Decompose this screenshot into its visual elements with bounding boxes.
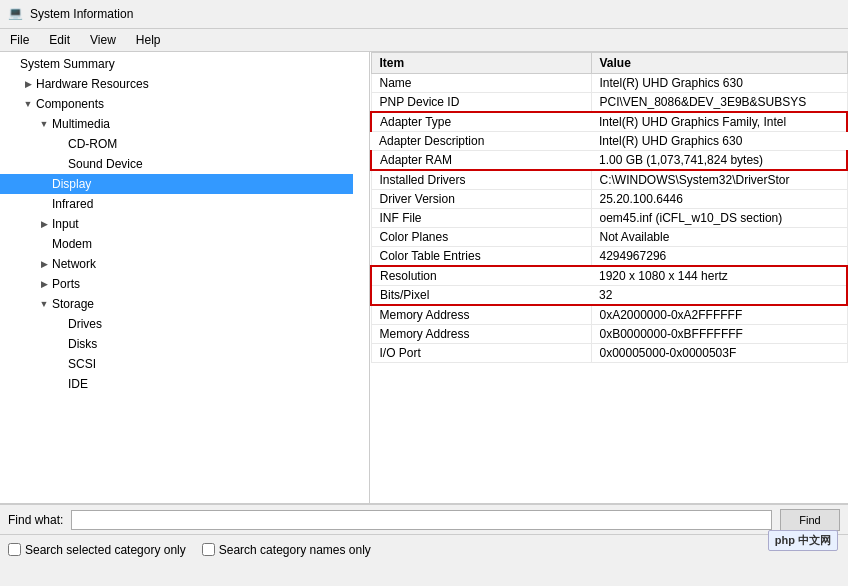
tree-item-sound-device[interactable]: Sound Device (0, 154, 353, 174)
col-item: Item (371, 53, 591, 74)
table-row: Installed DriversC:\WINDOWS\System32\Dri… (371, 170, 847, 190)
cell-value: 25.20.100.6446 (591, 190, 847, 209)
cell-value: 0xA2000000-0xA2FFFFFF (591, 305, 847, 325)
tree-item-ports[interactable]: ▶Ports (0, 274, 353, 294)
expander-icon (52, 316, 68, 332)
find-button[interactable]: Find (780, 509, 840, 531)
tree-item-label: Multimedia (52, 117, 110, 131)
cell-value: C:\WINDOWS\System32\DriverStor (591, 170, 847, 190)
expander-icon (52, 136, 68, 152)
cell-item: Installed Drivers (371, 170, 591, 190)
tree-item-hardware-resources[interactable]: ▶Hardware Resources (0, 74, 353, 94)
cell-value: Not Available (591, 228, 847, 247)
menu-item-file[interactable]: File (4, 31, 35, 49)
tree-item-cd-rom[interactable]: CD-ROM (0, 134, 353, 154)
expander-icon: ▶ (36, 256, 52, 272)
table-row: INF Fileoem45.inf (iCFL_w10_DS section) (371, 209, 847, 228)
search-category-label: Search selected category only (25, 543, 186, 557)
tree-item-label: Disks (68, 337, 97, 351)
cell-value: Intel(R) UHD Graphics Family, Intel (591, 112, 847, 132)
table-row: PNP Device IDPCI\VEN_8086&DEV_3E9B&SUBSY… (371, 93, 847, 113)
find-label: Find what: (8, 513, 63, 527)
tree-item-ide[interactable]: IDE (0, 374, 353, 394)
table-row: Driver Version25.20.100.6446 (371, 190, 847, 209)
app-icon: 💻 (8, 6, 24, 22)
cell-value: 0xB0000000-0xBFFFFFFF (591, 325, 847, 344)
menu-item-help[interactable]: Help (130, 31, 167, 49)
details-panel: Item Value NameIntel(R) UHD Graphics 630… (370, 52, 848, 503)
search-bar: Search selected category only Search cat… (0, 534, 848, 564)
tree-item-modem[interactable]: Modem (0, 234, 353, 254)
expander-icon: ▼ (36, 296, 52, 312)
expander-icon: ▶ (20, 76, 36, 92)
tree-item-components[interactable]: ▼Components (0, 94, 353, 114)
cell-value: Intel(R) UHD Graphics 630 (591, 132, 847, 151)
watermark: php 中文网 (768, 530, 838, 551)
tree-content: System Summary▶Hardware Resources▼Compon… (0, 52, 353, 396)
tree-item-system-summary[interactable]: System Summary (0, 54, 353, 74)
tree-item-label: IDE (68, 377, 88, 391)
expander-icon: ▶ (36, 276, 52, 292)
table-row: Memory Address0xB0000000-0xBFFFFFFF (371, 325, 847, 344)
cell-item: I/O Port (371, 344, 591, 363)
find-bar: Find what: Find (0, 504, 848, 534)
cell-item: Memory Address (371, 325, 591, 344)
tree-item-disks[interactable]: Disks (0, 334, 353, 354)
tree-item-input[interactable]: ▶Input (0, 214, 353, 234)
cell-item: Color Planes (371, 228, 591, 247)
table-row: Color Table Entries4294967296 (371, 247, 847, 267)
cell-item: Memory Address (371, 305, 591, 325)
menu-bar: FileEditViewHelp (0, 29, 848, 52)
cell-item: Color Table Entries (371, 247, 591, 267)
cell-item: Bits/Pixel (371, 286, 591, 306)
table-row: Bits/Pixel32 (371, 286, 847, 306)
expander-icon (36, 196, 52, 212)
expander-icon (52, 156, 68, 172)
tree-item-label: Sound Device (68, 157, 143, 171)
expander-icon (52, 336, 68, 352)
cell-value: 1920 x 1080 x 144 hertz (591, 266, 847, 286)
cell-value: 4294967296 (591, 247, 847, 267)
details-table: Item Value NameIntel(R) UHD Graphics 630… (370, 52, 848, 363)
tree-item-drives[interactable]: Drives (0, 314, 353, 334)
table-row: Color PlanesNot Available (371, 228, 847, 247)
col-value: Value (591, 53, 847, 74)
title-bar: 💻 System Information (0, 0, 848, 29)
expander-icon (52, 376, 68, 392)
tree-item-label: Modem (52, 237, 92, 251)
tree-item-display[interactable]: Display (0, 174, 353, 194)
cell-value: 32 (591, 286, 847, 306)
tree-item-label: Storage (52, 297, 94, 311)
menu-item-view[interactable]: View (84, 31, 122, 49)
find-input[interactable] (71, 510, 772, 530)
cell-value: Intel(R) UHD Graphics 630 (591, 74, 847, 93)
expander-icon (52, 356, 68, 372)
expander-icon: ▼ (20, 96, 36, 112)
search-category-checkbox[interactable] (8, 543, 21, 556)
tree-item-label: Input (52, 217, 79, 231)
tree-item-multimedia[interactable]: ▼Multimedia (0, 114, 353, 134)
tree-item-label: Drives (68, 317, 102, 331)
cell-item: Adapter Description (371, 132, 591, 151)
tree-item-infrared[interactable]: Infrared (0, 194, 353, 214)
tree-item-label: Hardware Resources (36, 77, 149, 91)
expander-icon: ▶ (36, 216, 52, 232)
tree-item-storage[interactable]: ▼Storage (0, 294, 353, 314)
tree-panel[interactable]: System Summary▶Hardware Resources▼Compon… (0, 52, 370, 503)
search-category-checkbox-label[interactable]: Search selected category only (8, 543, 186, 557)
tree-item-scsi[interactable]: SCSI (0, 354, 353, 374)
expander-icon (36, 236, 52, 252)
expander-icon (36, 176, 52, 192)
cell-value: oem45.inf (iCFL_w10_DS section) (591, 209, 847, 228)
cell-value: PCI\VEN_8086&DEV_3E9B&SUBSYS (591, 93, 847, 113)
table-row: NameIntel(R) UHD Graphics 630 (371, 74, 847, 93)
tree-item-label: SCSI (68, 357, 96, 371)
cell-item: Adapter RAM (371, 151, 591, 171)
expander-icon (4, 56, 20, 72)
tree-item-network[interactable]: ▶Network (0, 254, 353, 274)
search-names-checkbox-label[interactable]: Search category names only (202, 543, 371, 557)
menu-item-edit[interactable]: Edit (43, 31, 76, 49)
tree-item-label: Components (36, 97, 104, 111)
search-names-checkbox[interactable] (202, 543, 215, 556)
table-row: Adapter DescriptionIntel(R) UHD Graphics… (371, 132, 847, 151)
